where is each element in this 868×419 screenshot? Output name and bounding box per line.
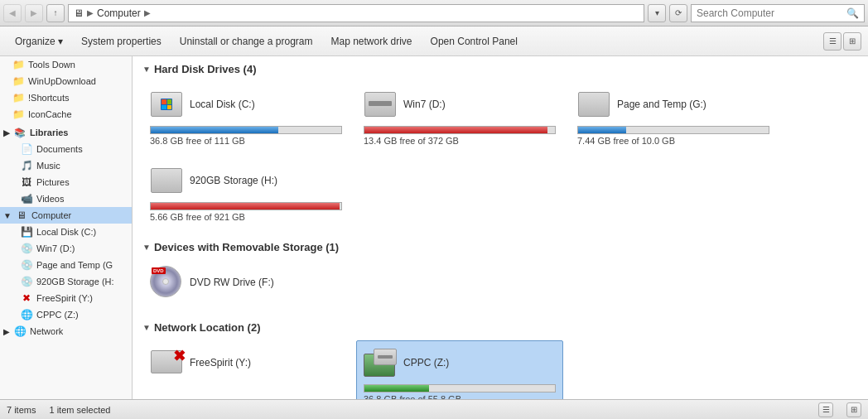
sidebar-item-local-disk-c[interactable]: 💾 Local Disk (C:) — [0, 224, 132, 240]
sidebar-label-computer: Computer — [31, 210, 71, 220]
sidebar-label-tools-down: Tools Down — [28, 60, 75, 70]
sidebar-item-cppc-z[interactable]: 🌐 CPPC (Z:) — [0, 306, 132, 323]
drive-label-g: Page and Temp (G:) — [617, 99, 706, 110]
drive-bar-fill-z — [364, 385, 429, 392]
drive-free-h: 5.66 GB free of 921 GB — [150, 212, 342, 222]
drive-bar-fill-g — [578, 127, 626, 133]
drive-bar-d — [364, 126, 556, 134]
sidebar-item-page-temp-g[interactable]: 💿 Page and Temp (G — [0, 257, 132, 273]
computer-icon: 🖥 — [74, 7, 84, 19]
drive-label-y: FreeSpirit (Y:) — [190, 357, 251, 368]
sidebar-item-winupdownload[interactable]: 📁 WinUpDownload — [0, 73, 132, 89]
drive-header-f: DVD DVD RW Drive (F:) — [150, 266, 342, 299]
sidebar-label-shortcuts: !Shortcuts — [28, 93, 70, 103]
drive-free-d: 13.4 GB free of 372 GB — [364, 136, 556, 146]
libraries-icon: 📚 — [13, 126, 27, 139]
documents-icon: 📄 — [20, 142, 33, 156]
pictures-icon: 🖼 — [20, 176, 33, 189]
drive-icon-h — [150, 164, 183, 197]
removable-section-title: ▼ Devices with Removable Storage (1) — [142, 241, 858, 253]
content-area: ▼ Hard Disk Drives (4) — [133, 56, 868, 399]
drive-bar-h — [150, 202, 342, 210]
drive-bar-fill-h — [151, 203, 340, 210]
search-icon: 🔍 — [846, 7, 859, 19]
removable-title-text: Devices with Removable Storage (1) — [154, 241, 339, 253]
sidebar-item-tools-down[interactable]: 📁 Tools Down — [0, 56, 132, 73]
folder-icon: 📁 — [12, 75, 25, 88]
section-arrow: ▼ — [142, 65, 151, 74]
drive-item-cppc-z[interactable]: CPPC (Z:) 36.8 GB free of 55.8 GB — [356, 340, 563, 399]
refresh-button[interactable]: ⟳ — [669, 4, 687, 22]
sidebar-item-shortcuts[interactable]: 📁 !Shortcuts — [0, 89, 132, 106]
sidebar-item-iconcache[interactable]: 📁 IconCache — [0, 106, 132, 123]
drive-header-d: Win7 (D:) — [364, 88, 556, 121]
hdd-icon: 💿 — [20, 258, 33, 272]
sidebar-libraries-header[interactable]: ▶ 📚 Libraries — [0, 123, 132, 141]
network-icon: 🌐 — [13, 325, 27, 338]
dropdown-button[interactable]: ▾ — [648, 4, 666, 22]
drive-bar-fill-c — [151, 127, 278, 133]
hard-disk-drives-grid: Local Disk (C:) 36.8 GB free of 111 GB W… — [142, 82, 858, 228]
forward-button[interactable]: ▶ — [25, 4, 43, 22]
sidebar-item-pictures[interactable]: 🖼 Pictures — [0, 174, 132, 190]
drive-icon-z — [364, 346, 397, 379]
drive-free-c: 36.8 GB free of 111 GB — [150, 136, 342, 146]
map-drive-button[interactable]: Map network drive — [323, 32, 421, 51]
drive-item-freespirit-y[interactable]: ✖ FreeSpirit (Y:) — [142, 340, 350, 399]
sidebar: 📁 Tools Down 📁 WinUpDownload 📁 !Shortcut… — [0, 56, 133, 399]
drive-label-f: DVD RW Drive (F:) — [190, 277, 274, 288]
network-icon: 🌐 — [20, 308, 33, 321]
view-mode-tiles[interactable]: ⊞ — [846, 402, 861, 417]
sidebar-label-win7-d: Win7 (D:) — [36, 243, 75, 253]
sidebar-item-music[interactable]: 🎵 Music — [0, 157, 132, 174]
address-bar[interactable]: 🖥 ▶ Computer ▶ — [68, 4, 644, 22]
sidebar-item-storage-h[interactable]: 💿 920GB Storage (H: — [0, 273, 132, 290]
drive-header-z: CPPC (Z:) — [364, 346, 556, 379]
drive-icon-y: ✖ — [150, 346, 183, 379]
videos-icon: 📹 — [20, 192, 33, 205]
drive-item-page-temp-g[interactable]: Page and Temp (G:) 7.44 GB free of 10.0 … — [570, 82, 777, 152]
view-details-button[interactable]: ☰ — [823, 32, 841, 51]
folder-icon: 📁 — [12, 91, 25, 104]
sidebar-label-network: Network — [30, 326, 63, 336]
search-box[interactable]: 🔍 — [691, 4, 865, 22]
sidebar-item-videos[interactable]: 📹 Videos — [0, 190, 132, 207]
drive-icon-d — [364, 88, 397, 121]
sidebar-item-network[interactable]: ▶ 🌐 Network — [0, 323, 132, 340]
drive-item-storage-h[interactable]: 920GB Storage (H:) 5.66 GB free of 921 G… — [142, 158, 350, 228]
network-x-icon: ✖ — [20, 291, 33, 305]
sidebar-item-freespirit-y[interactable]: ✖ FreeSpirit (Y:) — [0, 290, 132, 306]
drive-header-h: 920GB Storage (H:) — [150, 164, 342, 197]
sidebar-label-local-disk-c: Local Disk (C:) — [36, 227, 96, 237]
sidebar-item-win7-d[interactable]: 💿 Win7 (D:) — [0, 240, 132, 257]
system-properties-button[interactable]: System properties — [73, 32, 170, 51]
section-arrow: ▼ — [142, 243, 151, 252]
drive-label-z: CPPC (Z:) — [403, 357, 449, 368]
up-button[interactable]: ↑ — [46, 4, 65, 22]
expand-icon: ▼ — [3, 211, 12, 220]
drive-icon-f: DVD — [150, 266, 183, 299]
removable-drives-grid: DVD DVD RW Drive (F:) — [142, 260, 858, 308]
drive-item-dvd-f[interactable]: DVD DVD RW Drive (F:) — [142, 260, 350, 308]
drive-label-c: Local Disk (C:) — [190, 99, 255, 110]
back-button[interactable]: ◀ — [3, 4, 22, 22]
organize-button[interactable]: Organize ▾ — [7, 32, 71, 51]
drive-bar-z — [364, 384, 556, 393]
sidebar-label-pictures: Pictures — [36, 177, 70, 187]
view-tiles-button[interactable]: ⊞ — [843, 32, 861, 51]
drive-item-win7-d[interactable]: Win7 (D:) 13.4 GB free of 372 GB — [356, 82, 563, 152]
sidebar-item-documents[interactable]: 📄 Documents — [0, 141, 132, 157]
drive-free-g: 7.44 GB free of 10.0 GB — [577, 136, 769, 146]
open-panel-button[interactable]: Open Control Panel — [422, 32, 526, 51]
drive-item-local-disk-c[interactable]: Local Disk (C:) 36.8 GB free of 111 GB — [142, 82, 350, 152]
search-input[interactable] — [697, 7, 843, 19]
drive-bar-fill-d — [364, 127, 547, 133]
sidebar-item-computer[interactable]: ▼ 🖥 Computer — [0, 207, 132, 224]
sidebar-label-videos: Videos — [36, 194, 64, 204]
drive-label-d: Win7 (D:) — [403, 99, 446, 110]
status-selected: 1 item selected — [49, 405, 110, 415]
drive-header-g: Page and Temp (G:) — [577, 88, 769, 121]
uninstall-button[interactable]: Uninstall or change a program — [171, 32, 321, 51]
view-mode-details[interactable]: ☰ — [818, 402, 833, 417]
toolbar: Organize ▾ System properties Uninstall o… — [0, 26, 868, 56]
